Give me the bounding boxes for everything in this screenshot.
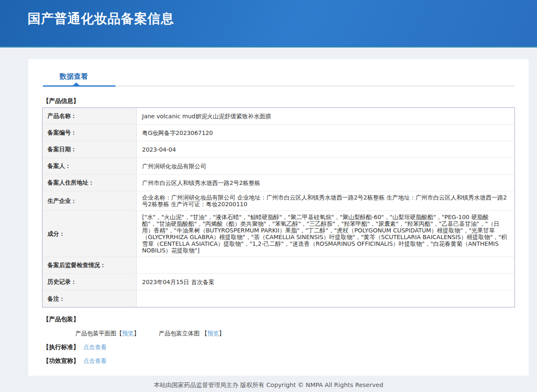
main-content: 数据查看 【产品信息】 产品名称： Jane volcanic mud妍泥火山泥…: [0, 47, 537, 376]
product-table: 产品名称： Jane volcanic mud妍泥火山泥舒缓紧致补水面膜 备案编…: [42, 107, 515, 307]
standard-view-link[interactable]: 点击查看: [83, 344, 107, 351]
bracket-open: 【: [116, 330, 122, 337]
preview-flat-link[interactable]: 预览: [122, 330, 134, 337]
row-label: 成分：: [42, 211, 137, 257]
packaging-section-title: 【产品包装】: [43, 315, 515, 323]
row-label: 历史记录：: [42, 274, 137, 290]
efficacy-view-link[interactable]: 点击查看: [83, 357, 107, 365]
table-row: 备案人： 广州润研化妆品有限公司: [42, 158, 515, 175]
efficacy-section-title: 【功效宣称】: [43, 357, 79, 365]
tab-caret-icon: [73, 82, 80, 85]
page-title: 国产普通化妆品备案信息: [0, 0, 537, 27]
row-value: [137, 290, 515, 307]
tab-active-indicator: [43, 85, 115, 87]
row-label: 产品名称：: [42, 108, 137, 124]
packaging-3d-label: 产品包装立体图: [159, 330, 200, 337]
product-info-section-title: 【产品信息】: [43, 97, 515, 105]
content-card: 数据查看 【产品信息】 产品名称： Jane volcanic mud妍泥火山泥…: [28, 59, 529, 376]
table-row: 备注：: [42, 290, 515, 307]
table-row: 生产企业： 企业名称：广州润研化妆品有限公司 企业地址：广州市白云区人和镇秀水塘…: [42, 191, 515, 211]
packaging-3d-item: 产品包装立体图 【预览】: [159, 330, 225, 337]
row-label: 备案人住所地址：: [42, 175, 137, 191]
table-row: 成分： ["水"，"火山泥"，"甘油"，"液体石蜡"，"鲸蜡硬脂醇"，"聚二甲基…: [42, 211, 515, 257]
page-header: 国产普通化妆品备案信息: [0, 0, 537, 47]
tab-underline: [43, 85, 515, 87]
row-value: [137, 257, 515, 273]
bracket-close: 】: [134, 330, 140, 337]
efficacy-section: 【功效宣称】 点击查看: [43, 357, 515, 365]
row-label: 备案编号：: [42, 125, 137, 141]
footer-text: 本站由国家药品监督管理局主办 版权所有 Copyright © NMPA All…: [0, 376, 537, 392]
row-value: Jane volcanic mud妍泥火山泥舒缓紧致补水面膜: [137, 108, 515, 124]
row-label: 备注：: [42, 290, 137, 307]
table-row: 备案编号： 粤G妆网备字2023067120: [42, 125, 515, 141]
row-value: 企业名称：广州润研化妆品有限公司 企业地址：广州市白云区人和镇秀水塘西一路2号2…: [137, 191, 515, 210]
packaging-flat-item: 产品包装平面图【预览】: [75, 330, 140, 337]
table-row: 备案人住所地址： 广州市白云区人和镇秀水塘西一路2号2栋整栋: [42, 175, 515, 191]
row-value: ["水"，"火山泥"，"甘油"，"液体石蜡"，"鲸蜡硬脂醇"，"聚二甲基硅氧烷"…: [137, 211, 515, 257]
standard-section: 【执行标准】 点击查看: [43, 343, 515, 351]
bracket-close: 】: [219, 330, 225, 337]
table-row: 历史记录： 2023年04月15日 首次备案: [42, 274, 515, 290]
bracket-open: 【: [201, 330, 207, 337]
row-label: 备案人：: [42, 158, 137, 174]
packaging-flat-label: 产品包装平面图: [75, 330, 116, 337]
row-label: 备案后监督检查情况：: [42, 257, 137, 273]
table-row: 备案后监督检查情况：: [42, 257, 515, 274]
packaging-line: 产品包装平面图【预览】 产品包装立体图 【预览】: [43, 330, 515, 337]
row-value: 广州市白云区人和镇秀水塘西一路2号2栋整栋: [137, 175, 515, 191]
table-row: 产品名称： Jane volcanic mud妍泥火山泥舒缓紧致补水面膜: [42, 108, 515, 125]
standard-section-title: 【执行标准】: [43, 343, 79, 351]
row-label: 备案日期：: [42, 141, 137, 157]
row-value: 2023年04月15日 首次备案: [137, 274, 515, 290]
tab-bar: 数据查看: [43, 72, 515, 87]
row-label: 生产企业：: [42, 191, 137, 210]
table-row: 备案日期： 2023-04-04: [42, 141, 515, 158]
preview-3d-link[interactable]: 预览: [207, 330, 219, 337]
row-value: 粤G妆网备字2023067120: [137, 125, 515, 141]
row-value: 2023-04-04: [137, 141, 515, 157]
row-value: 广州润研化妆品有限公司: [137, 158, 515, 174]
